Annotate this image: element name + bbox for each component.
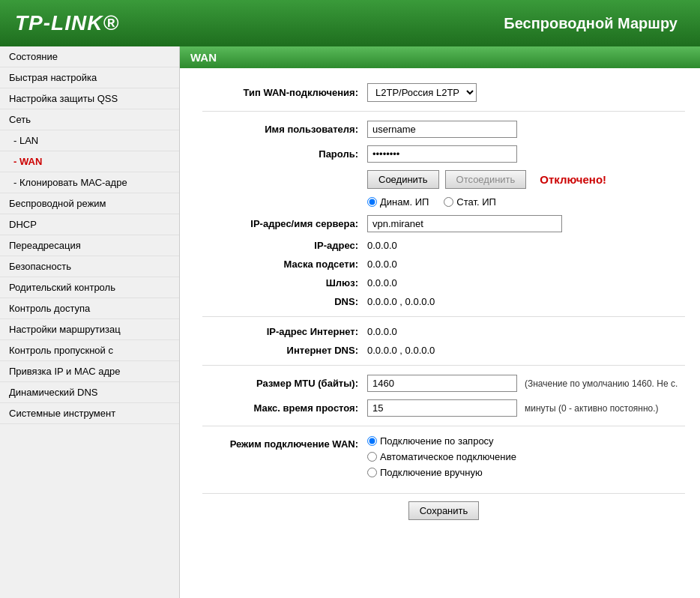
sidebar-item-forwarding[interactable]: Переадресация [0,235,179,256]
gateway-label: Шлюз: [202,277,367,289]
idle-note: минуты (0 - активно постоянно.) [525,403,659,414]
wan-mode-option-2[interactable]: Подключение вручную [367,467,516,478]
wan-mode-text-2: Подключение вручную [380,467,483,478]
sidebar-item-dhcp[interactable]: DHCP [0,214,179,235]
idle-row: Макс. время простоя: минуты (0 - активно… [202,399,685,417]
content-body: Тип WAN-подключения: L2TP/Россия L2TPPPP… [180,68,700,535]
subnet-label: Маска подсети: [202,259,367,270]
gateway-row: Шлюз: 0.0.0.0 [202,277,685,289]
disconnect-button[interactable]: Отсоединить [445,170,527,189]
sidebar-item-security[interactable]: Безопасность [0,256,179,277]
dns-row: DNS: 0.0.0.0 , 0.0.0.0 [202,296,685,307]
ip-mode-radio-group: Динам. ИП Стат. ИП [367,196,685,208]
dynamic-ip-text: Динам. ИП [380,196,429,208]
server-label: IP-адрес/имя сервера: [202,218,367,229]
sidebar: СостояниеБыстрая настройкаНастройка защи… [0,46,180,598]
sidebar-item-qss[interactable]: Настройка защиты QSS [0,88,179,109]
static-ip-label[interactable]: Стат. ИП [444,196,496,208]
dns-label: DNS: [202,296,367,307]
static-ip-radio[interactable] [444,197,453,207]
header: TP-LINK® Беспроводной Маршру [0,0,700,46]
static-ip-text: Стат. ИП [456,196,496,208]
ip-row: IP-адрес: 0.0.0.0 [202,240,685,251]
idle-label: Макс. время простоя: [202,402,367,414]
connect-button[interactable]: Соединить [367,170,439,189]
wan-type-select[interactable]: L2TP/Россия L2TPPPPoEDHCPStatic IP [367,83,477,102]
username-row: Имя пользователя: [202,121,685,138]
sidebar-item-status[interactable]: Состояние [0,46,179,67]
sidebar-item-quick-setup[interactable]: Быстрая настройка [0,67,179,88]
wan-mode-row: Режим подключение WAN: Подключение по за… [202,435,685,478]
sidebar-item-parental[interactable]: Родительский контроль [0,277,179,298]
sidebar-item-wireless[interactable]: Беспроводной режим [0,193,179,214]
wan-mode-option-0[interactable]: Подключение по запросу [367,435,516,447]
wan-mode-label: Режим подключение WAN: [202,435,367,450]
wan-mode-text-1: Автоматическое подключение [380,451,516,462]
dynamic-ip-radio[interactable] [367,197,377,207]
save-button[interactable]: Сохранить [408,501,480,520]
subnet-row: Маска подсети: 0.0.0.0 [202,259,685,270]
sidebar-item-wan[interactable]: - WAN [0,151,179,172]
wan-type-label: Тип WAN-подключения: [202,87,367,98]
sidebar-item-network[interactable]: Сеть [0,109,179,130]
sidebar-item-ip-mac[interactable]: Привязка IP и МАС адре [0,361,179,382]
content-area: WAN Тип WAN-подключения: L2TP/Россия L2T… [180,46,700,598]
username-label: Имя пользователя: [202,124,367,135]
sidebar-item-system[interactable]: Системные инструмент [0,403,179,424]
mtu-row: Размер MTU (байты): (Значение по умолчан… [202,375,685,392]
connect-row: Соединить Отсоединить Отключено! [367,170,685,189]
internet-dns-row: Интернет DNS: 0.0.0.0 , 0.0.0.0 [202,345,685,356]
internet-ip-value: 0.0.0.0 [367,326,397,337]
sidebar-item-mac-clone[interactable]: - Клонировать МАС-адре [0,172,179,193]
wan-mode-radio-group: Подключение по запросуАвтоматическое под… [367,435,516,478]
dynamic-ip-label[interactable]: Динам. ИП [367,196,429,208]
wan-mode-radio-1[interactable] [367,452,377,462]
sidebar-item-lan[interactable]: - LAN [0,130,179,151]
sidebar-item-ddns[interactable]: Динамический DNS [0,382,179,403]
internet-dns-label: Интернет DNS: [202,345,367,356]
mtu-note: (Значение по умолчанию 1460. Не с. [525,378,678,389]
wan-mode-radio-0[interactable] [367,436,377,446]
wan-type-row: Тип WAN-подключения: L2TP/Россия L2TPPPP… [202,83,685,102]
password-row: Пароль: [202,145,685,163]
internet-dns-value: 0.0.0.0 , 0.0.0.0 [367,345,435,356]
main-layout: СостояниеБыстрая настройкаНастройка защи… [0,46,700,598]
ip-value: 0.0.0.0 [367,240,397,251]
password-label: Пароль: [202,148,367,160]
password-input[interactable] [367,145,517,163]
subnet-value: 0.0.0.0 [367,259,397,270]
wan-mode-text-0: Подключение по запросу [380,435,494,447]
wan-mode-radio-2[interactable] [367,468,377,477]
username-input[interactable] [367,121,517,138]
status-badge: Отключено! [540,173,606,186]
gateway-value: 0.0.0.0 [367,277,397,289]
dns-value: 0.0.0.0 , 0.0.0.0 [367,296,435,307]
wan-mode-option-1[interactable]: Автоматическое подключение [367,451,516,462]
sidebar-item-routing[interactable]: Настройки маршрутизац [0,319,179,340]
header-title: Беспроводной Маршру [504,15,685,32]
idle-input[interactable] [367,399,517,417]
mtu-label: Размер MTU (байты): [202,378,367,389]
section-title: WAN [180,46,700,68]
sidebar-item-access-control[interactable]: Контроль доступа [0,298,179,319]
internet-ip-row: IP-адрес Интернет: 0.0.0.0 [202,326,685,337]
internet-ip-label: IP-адрес Интернет: [202,326,367,337]
logo: TP-LINK® [15,11,119,35]
save-row: Сохранить [202,493,685,520]
ip-label: IP-адрес: [202,240,367,251]
server-input[interactable] [367,215,562,232]
mtu-input[interactable] [367,375,517,392]
ip-mode-section: Динам. ИП Стат. ИП [367,196,685,208]
server-row: IP-адрес/имя сервера: [202,215,685,232]
sidebar-item-bandwidth[interactable]: Контроль пропускной с [0,340,179,361]
